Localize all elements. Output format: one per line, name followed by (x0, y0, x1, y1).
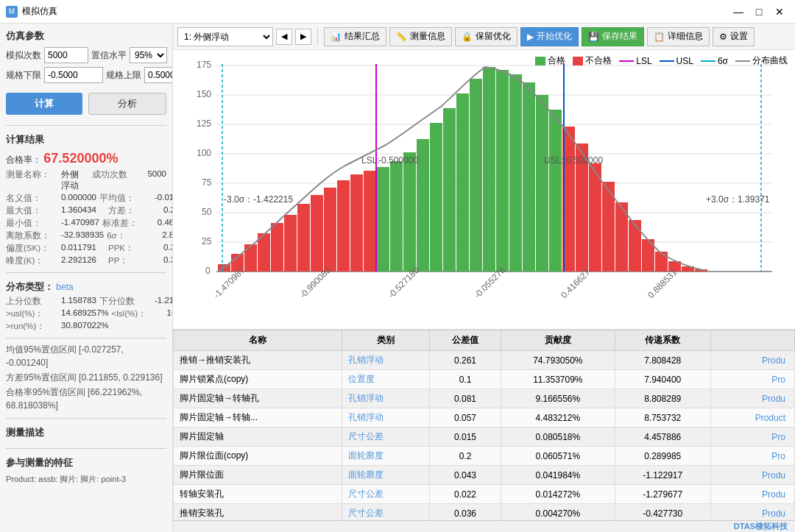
save-label: 保存结果 (602, 30, 637, 43)
calc-button[interactable]: 计算 (6, 93, 82, 115)
settings-button[interactable]: ⚙ 设置 (713, 27, 755, 46)
param-section: 参与测量的特征 Product: assb: 脚片: 脚片: point-3 (6, 456, 166, 485)
lsl-percent-label: <lsl(%)： (112, 308, 167, 319)
cell-tolerance: 0.043 (429, 466, 501, 485)
preserve-opt-button[interactable]: 🔒 保留优化 (455, 27, 517, 46)
svg-text:-0.500000: -0.500000 (378, 155, 418, 166)
toolbar-divider-1 (317, 28, 318, 46)
col-header-link (710, 330, 794, 351)
measure-desc-title: 测量描述 (6, 426, 166, 439)
cell-link[interactable]: Product (710, 408, 794, 428)
sim-count-input[interactable] (44, 47, 88, 63)
legend-fail-label: 不合格 (585, 54, 612, 67)
run-value: 30.807022% (61, 321, 109, 332)
cell-name: 推销→推销安装孔 (174, 351, 342, 370)
upper-percentile-value: 1.158783 (61, 296, 96, 307)
app-title: 模拟仿真 (22, 5, 57, 18)
next-button[interactable]: ▶ (295, 29, 311, 45)
cv-value: -32.938935 (61, 230, 104, 241)
cell-contribution: 11.353709% (501, 370, 615, 389)
close-button[interactable]: ✕ (770, 4, 789, 19)
action-buttons: 计算 分析 (6, 93, 166, 115)
legend-curve: 分布曲线 (735, 54, 788, 67)
svg-rect-22 (297, 204, 310, 272)
cell-link[interactable]: Pro (710, 447, 794, 466)
sim-params-title: 仿真参数 (6, 29, 166, 43)
svg-text:+3.0σ：1.39371: +3.0σ：1.39371 (706, 194, 770, 205)
detail-icon: 📋 (654, 32, 665, 42)
table-row: 脚片固定轴→转轴... 孔销浮动 0.057 4.483212% 8.75373… (174, 408, 795, 428)
prev-button[interactable]: ◀ (276, 29, 292, 45)
maximize-button[interactable]: □ (749, 4, 768, 19)
svg-rect-31 (417, 139, 429, 272)
cell-link[interactable]: Produ (710, 389, 794, 408)
cell-link[interactable]: Produ (710, 466, 794, 485)
std-label: 标准差： (102, 218, 158, 229)
upper-percentile-label: 上分位数 (6, 296, 61, 307)
sim-count-row: 模拟次数 置信水平 95% 99% 90% (6, 47, 166, 63)
percentile-row: 上分位数 1.158783 下分位数 -1.217478 (6, 296, 166, 307)
measure-info-icon: 📏 (396, 32, 407, 42)
legend-6sigma: 6σ (701, 56, 728, 66)
cell-link[interactable]: Pro (710, 428, 794, 447)
cell-link[interactable]: Pro (710, 370, 794, 389)
skew-ppk-row: 偏度(SK)： 0.011791 PPK： 0.345002 (6, 243, 166, 254)
measurement-name-value: 外侧浮动 (61, 169, 86, 191)
ppk-value: 0.345002 (163, 243, 173, 254)
svg-rect-40 (536, 95, 548, 272)
cell-contribution: 9.166556% (501, 389, 615, 408)
cell-tolerance: 0.081 (429, 389, 501, 408)
status-bar: DTAS棣拓科技 (173, 520, 795, 532)
measurement-name-row: 测量名称： 外侧浮动 成功次数 5000 (6, 169, 166, 191)
limits-row: 规格下限 规格上限 (6, 67, 166, 83)
svg-text:150: 150 (197, 89, 211, 99)
cell-tolerance: 0.022 (429, 485, 501, 504)
svg-text:125: 125 (197, 118, 211, 129)
table-row: 脚片限位面(copy) 面轮廓度 0.2 0.060571% 0.289985 … (174, 447, 795, 466)
save-button[interactable]: 💾 保存结果 (582, 27, 644, 46)
cell-link[interactable]: Produ (710, 351, 794, 370)
pass-rate-value: 67.520000% (43, 151, 118, 166)
lower-percentile-label: 下分位数 (99, 296, 155, 307)
table-area[interactable]: 名称 类别 公差值 贡献度 传递系数 推销→推销安装孔 孔销浮动 0.261 7… (173, 330, 795, 520)
col-header-contribution: 贡献度 (501, 330, 615, 351)
svg-rect-47 (629, 220, 641, 272)
analyze-button[interactable]: 分析 (88, 93, 166, 115)
measure-selector[interactable]: 1: 外侧浮动 (177, 27, 273, 46)
col-header-transfer: 传递系数 (615, 330, 710, 351)
cell-link[interactable]: Produ (710, 485, 794, 504)
chart-legend: 合格 不合格 LSL USL (535, 54, 788, 67)
kurt-pp-row: 峰度(K)： 2.292126 PP： 0.355122 (6, 255, 166, 266)
success-count-label: 成功次数 (92, 169, 147, 191)
main-container: 仿真参数 模拟次数 置信水平 95% 99% 90% 规格下限 规格上限 计算 … (0, 24, 795, 532)
start-opt-button[interactable]: ▶ 开始优化 (520, 27, 579, 46)
summary-button[interactable]: 📊 结果汇总 (324, 27, 386, 46)
cell-tolerance: 0.2 (429, 447, 501, 466)
confidence-select[interactable]: 95% 99% 90% (130, 47, 167, 63)
save-icon: 💾 (588, 32, 599, 42)
svg-rect-36 (483, 67, 495, 272)
svg-rect-18 (244, 244, 257, 272)
cell-link[interactable]: Produ (710, 504, 794, 521)
legend-pass-label: 合格 (548, 54, 565, 67)
settings-icon: ⚙ (719, 32, 727, 42)
table-row: 脚片限位面 面轮廓度 0.043 0.041984% -1.122917 Pro… (174, 466, 795, 485)
measure-info-button[interactable]: 📏 测量信息 (389, 27, 452, 46)
cell-transfer: 7.808428 (615, 351, 710, 370)
cell-contribution: 0.004270% (501, 504, 615, 521)
upper-limit-label: 规格上限 (106, 69, 141, 82)
nominal-mean-row: 名义值： 0.000000 平均值： -0.014248 (6, 193, 166, 204)
upper-limit-input[interactable] (144, 67, 173, 83)
cell-contribution: 4.483212% (501, 408, 615, 428)
lower-limit-input[interactable] (44, 67, 103, 83)
minimize-button[interactable]: — (729, 4, 748, 19)
var-interval-label: 方差95%置信区间 (6, 372, 77, 383)
measurement-name-label: 测量名称： (6, 169, 61, 191)
legend-lsl-color (619, 60, 634, 62)
svg-rect-30 (403, 152, 416, 272)
table-row: 脚片固定轴→转轴孔 孔销浮动 0.081 9.166556% 8.808289 … (174, 389, 795, 408)
legend-lsl: LSL (619, 56, 651, 66)
svg-rect-34 (456, 93, 469, 272)
cell-type: 孔销浮动 (342, 389, 429, 408)
detail-button[interactable]: 📋 详细信息 (647, 27, 710, 46)
